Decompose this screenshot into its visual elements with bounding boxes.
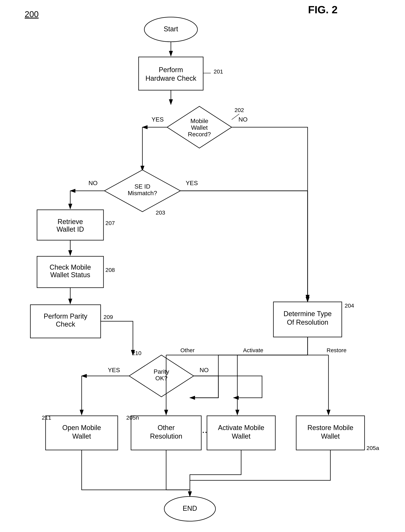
activate-label: Activate [243,347,263,353]
node-205b-label2: Wallet [232,432,251,440]
arrow-205a-to-end [190,450,330,480]
no-202: NO [238,116,248,123]
arrow-205b-to-end [190,450,241,490]
yes-210: YES [108,367,120,373]
ref-201: 201 [214,68,223,75]
fig-title: FIG. 2 [308,4,338,16]
arrow-211-to-end [82,450,190,490]
no-210: NO [200,367,209,373]
ref-207: 207 [105,220,115,226]
node-210-label2: OK? [155,375,168,382]
node-203-label2: Mismatch? [128,190,157,196]
node-203-label1: SE ID [135,183,150,190]
node-201-label2: Hardware Check [145,74,196,82]
node-207-label1: Retrieve [58,218,83,226]
node-202-label3: Record? [188,131,211,138]
node-211-label2: Wallet [72,432,91,440]
ref-210: 210 [132,350,142,356]
node-201-label: Perform [159,66,183,74]
diagram-label: 200 [25,9,39,19]
arrow-209-to-210 [101,321,133,355]
yes-202: YES [152,116,164,123]
node-210-label1: Parity [154,368,169,375]
end-label: END [183,505,197,512]
node-202-label2: Wallet [191,124,208,131]
ref-208: 208 [105,267,115,273]
ref-202: 202 [235,107,244,113]
node-209-label1: Perform Parity [44,312,87,320]
ref-211: 211 [42,414,51,421]
yes-203: YES [186,180,198,186]
node-202-label1: Mobile [190,118,208,124]
node-205a-label1: Restore Mobile [307,424,353,431]
arrow-202-no [232,127,308,300]
ref-203: 203 [156,209,165,216]
node-207-label2: Wallet ID [57,225,84,233]
node-211-label1: Open Mobile [62,424,101,431]
no-203: NO [88,180,98,186]
arrow-210-no-to-205b [194,376,262,398]
start-label: Start [164,25,178,33]
restore-label: Restore [327,347,346,353]
ref-204: 204 [345,303,354,309]
node-208-label1: Check Mobile [50,263,91,271]
node-204-label1: Determine Type [284,310,331,318]
other-label: Other [180,347,195,353]
node-208-label2: Wallet Status [50,271,90,279]
node-204-label2: Of Resolution [287,318,328,326]
node-205n-label1: Other [158,424,175,431]
node-205b-label1: Activate Mobile [218,424,264,431]
ref-curve-202 [232,114,239,120]
arrow-210-no-to-205n [190,376,218,398]
ref-209: 209 [103,314,113,320]
ref-205a: 205a [366,445,379,451]
node-209-label2: Check [56,320,75,328]
node-205a-label2: Wallet [321,432,340,440]
node-205n-label2: Resolution [150,432,182,440]
ref-205n: 205n [126,414,139,421]
